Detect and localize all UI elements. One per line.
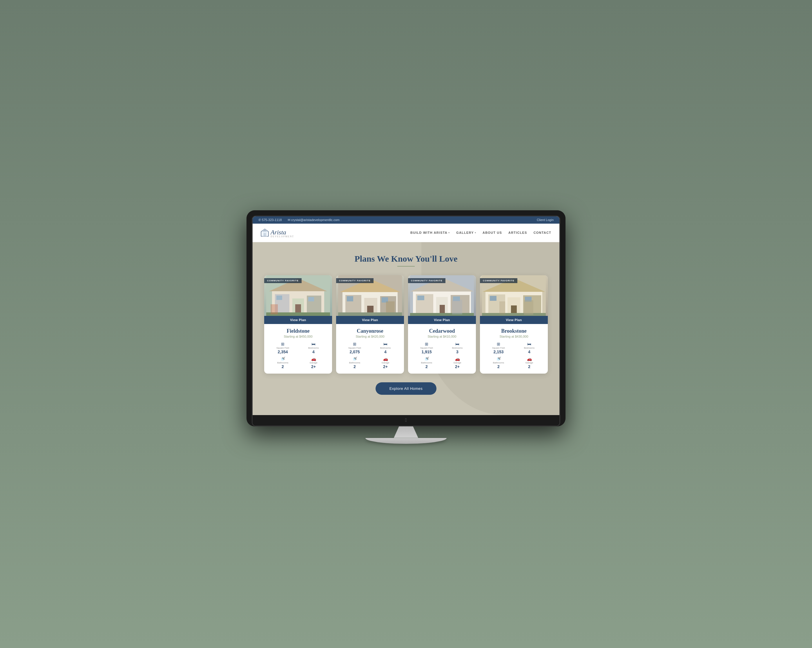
svg-rect-11 <box>276 296 282 300</box>
nav-contact[interactable]: CONTACT <box>534 231 551 234</box>
explore-all-homes-button[interactable]: Explore All Homes <box>375 382 437 395</box>
hero-section: Plans We Know You'll Love <box>253 242 559 415</box>
card-body-fieldstone: Fieldstone Starting at $450,000 ⊞ Square… <box>264 324 332 374</box>
explore-section: Explore All Homes <box>258 374 554 407</box>
logo[interactable]: Arista DEVELOPMENT <box>261 228 294 238</box>
spec-sqft-canyonrose: ⊞ Square Feet 2,075 <box>340 342 369 354</box>
view-plan-brookstone[interactable]: View Plan <box>480 316 548 324</box>
svg-rect-35 <box>410 313 474 316</box>
stand-neck <box>389 426 423 438</box>
spec-sqft-brookstone: ⊞ Square Feet 2,153 <box>484 342 513 354</box>
svg-rect-22 <box>347 296 353 301</box>
plan-specs-fieldstone: ⊞ Square Feet 2,354 🛏 Bedrooms 4 <box>268 342 328 369</box>
plan-card-cedarwood: COMMUNITY FAVORITE View Plan Cedarwood S… <box>408 275 476 374</box>
plans-grid: COMMUNITY FAVORITE View Plan Fieldstone … <box>258 275 554 374</box>
community-badge-canyonrose: COMMUNITY FAVORITE <box>336 278 374 283</box>
spec-garage-canyonrose: 🚗 Garage 2+ <box>371 356 400 369</box>
plan-price-cedarwood: Starting at $410,000 <box>412 335 472 338</box>
section-divider <box>397 266 415 267</box>
monitor-bottom:  <box>253 415 559 425</box>
sqft-icon: ⊞ <box>425 342 428 346</box>
top-bar-left: 575-323-1118 crystal@aristadevelopmentll… <box>258 218 340 222</box>
view-plan-cedarwood[interactable]: View Plan <box>408 316 476 324</box>
navigation: Arista DEVELOPMENT BUILD WITH ARISTA ▾ G… <box>253 224 559 242</box>
plan-specs-brookstone: ⊞ Square Feet 2,153 🛏 Bedrooms 4 <box>484 342 544 369</box>
spec-beds-canyonrose: 🛏 Bedrooms 4 <box>371 342 400 354</box>
card-image-cedarwood: COMMUNITY FAVORITE <box>408 275 476 316</box>
svg-rect-47 <box>524 300 533 315</box>
community-badge-brookstone: COMMUNITY FAVORITE <box>480 278 517 283</box>
view-plan-fieldstone[interactable]: View Plan <box>264 316 332 324</box>
spec-beds-cedarwood: 🛏 Bedrooms 3 <box>443 342 472 354</box>
plan-specs-cedarwood: ⊞ Square Feet 1,915 🛏 Bedrooms 3 <box>412 342 472 369</box>
bath-icon: 🚿 <box>424 356 429 361</box>
nav-about-us[interactable]: ABOUT US <box>482 231 502 234</box>
plan-name-canyonrose: Canyonrose <box>340 328 400 334</box>
svg-rect-2 <box>264 233 266 236</box>
spec-sqft-fieldstone: ⊞ Square Feet 2,354 <box>268 342 297 354</box>
plan-price-canyonrose: Starting at $420,000 <box>340 335 400 338</box>
email-address: crystal@aristadevelopmentllc.com <box>288 218 340 222</box>
community-badge-cedarwood: COMMUNITY FAVORITE <box>408 278 446 283</box>
nav-gallery[interactable]: GALLERY ▾ <box>456 231 476 234</box>
monitor-stand <box>365 426 447 444</box>
spec-baths-cedarwood: 🚿 Bathrooms 2 <box>412 356 441 369</box>
svg-rect-10 <box>295 304 301 313</box>
svg-rect-24 <box>338 312 402 316</box>
svg-rect-25 <box>386 301 395 312</box>
plan-price-fieldstone: Starting at $450,000 <box>268 335 328 338</box>
sqft-icon: ⊞ <box>353 342 356 346</box>
bed-icon: 🛏 <box>527 342 531 346</box>
plan-card-fieldstone: COMMUNITY FAVORITE View Plan Fieldstone … <box>264 275 332 374</box>
card-image-canyonrose: COMMUNITY FAVORITE <box>336 275 404 316</box>
nav-build-with-arista[interactable]: BUILD WITH ARISTA ▾ <box>411 231 450 234</box>
bed-icon: 🛏 <box>455 342 459 346</box>
bath-icon: 🚿 <box>496 356 501 361</box>
section-title: Plans We Know You'll Love <box>258 254 554 264</box>
bed-icon: 🛏 <box>383 342 388 346</box>
spec-sqft-cedarwood: ⊞ Square Feet 1,915 <box>412 342 441 354</box>
plan-card-canyonrose: COMMUNITY FAVORITE View Plan Canyonrose … <box>336 275 404 374</box>
plan-specs-canyonrose: ⊞ Square Feet 2,075 🛏 Bedrooms 4 <box>340 342 400 369</box>
bed-icon: 🛏 <box>311 342 316 346</box>
card-image-fieldstone: COMMUNITY FAVORITE <box>264 275 332 316</box>
spec-beds-brookstone: 🛏 Bedrooms 4 <box>515 342 544 354</box>
apple-logo-icon:  <box>405 417 407 423</box>
garage-icon: 🚗 <box>383 356 388 361</box>
svg-rect-48 <box>499 301 505 315</box>
plan-price-brookstone: Starting at $430,000 <box>484 335 544 338</box>
client-login-link[interactable]: Client Login <box>537 218 554 222</box>
view-plan-canyonrose[interactable]: View Plan <box>336 316 404 324</box>
garage-icon: 🚗 <box>455 356 460 361</box>
logo-icon <box>261 229 269 237</box>
svg-rect-33 <box>417 296 424 300</box>
svg-rect-14 <box>270 304 278 315</box>
spec-beds-fieldstone: 🛏 Bedrooms 4 <box>299 342 328 354</box>
top-bar: 575-323-1118 crystal@aristadevelopmentll… <box>253 216 559 224</box>
nav-articles[interactable]: ARTICLES <box>508 231 527 234</box>
card-body-brookstone: Brookstone Starting at $430,000 ⊞ Square… <box>480 324 548 374</box>
chevron-down-icon: ▾ <box>448 231 450 234</box>
svg-rect-44 <box>490 296 496 301</box>
plan-name-cedarwood: Cedarwood <box>412 328 472 334</box>
bath-icon: 🚿 <box>281 356 285 361</box>
community-badge-fieldstone: COMMUNITY FAVORITE <box>264 278 302 283</box>
plan-card-brookstone: COMMUNITY FAVORITE View Plan Brookstone … <box>480 275 548 374</box>
spec-baths-canyonrose: 🚿 Bathrooms 2 <box>340 356 369 369</box>
svg-rect-46 <box>482 313 546 316</box>
nav-links: BUILD WITH ARISTA ▾ GALLERY ▾ ABOUT US A… <box>411 231 551 234</box>
svg-rect-12 <box>308 297 314 301</box>
monitor-screen: 575-323-1118 crystal@aristadevelopmentll… <box>252 215 560 426</box>
sqft-icon: ⊞ <box>281 342 284 346</box>
monitor-frame: 575-323-1118 crystal@aristadevelopmentll… <box>246 210 566 426</box>
garage-icon: 🚗 <box>527 356 532 361</box>
plan-name-brookstone: Brookstone <box>484 328 544 334</box>
card-body-cedarwood: Cedarwood Starting at $410,000 ⊞ Square … <box>408 324 476 374</box>
spec-baths-fieldstone: 🚿 Bathrooms 2 <box>268 356 297 369</box>
stand-base <box>365 438 447 444</box>
garage-icon: 🚗 <box>311 356 316 361</box>
spec-baths-brookstone: 🚿 Bathrooms 2 <box>484 356 513 369</box>
chevron-down-icon: ▾ <box>475 231 476 234</box>
bath-icon: 🚿 <box>353 356 357 361</box>
logo-subtitle: DEVELOPMENT <box>270 235 294 238</box>
